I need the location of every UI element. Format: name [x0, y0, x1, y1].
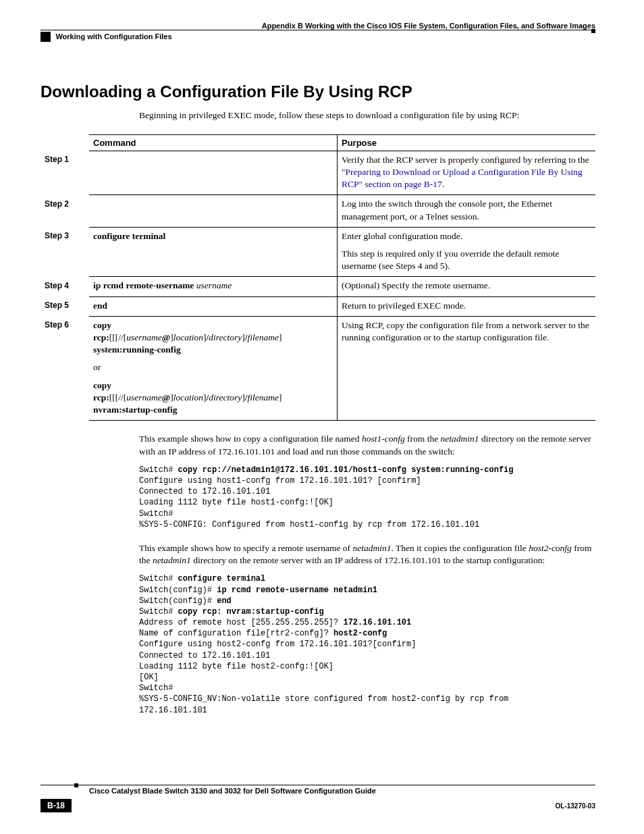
cross-ref-link[interactable]: "Preparing to Download or Upload a Confi… [342, 167, 583, 189]
step-label: Step 1 [41, 151, 89, 195]
step-label: Step 2 [41, 195, 89, 227]
purpose-cell: Log into the switch through the console … [338, 195, 596, 227]
table-row: Step 2 Log into the switch through the c… [41, 195, 595, 227]
purpose-cell: Verify that the RCP server is properly c… [338, 151, 596, 195]
command-cell [89, 151, 338, 195]
command-cell: copy rcp:[[[//[username@]location]/direc… [89, 316, 338, 421]
footer-block-icon [74, 783, 78, 787]
table-row: Step 6 copy rcp:[[[//[username@]location… [41, 316, 595, 421]
command-cell [89, 195, 338, 227]
running-header: Appendix B Working with the Cisco IOS Fi… [41, 22, 595, 42]
example-paragraph-1: This example shows how to copy a configu… [139, 433, 595, 457]
example-paragraph-2: This example shows how to specify a remo… [139, 542, 595, 567]
table-row: Step 4 ip rcmd remote-username username … [41, 277, 595, 296]
purpose-cell: (Optional) Specify the remote username. [338, 277, 596, 296]
step-label: Step 3 [41, 227, 89, 277]
table-row: Step 3 configure terminal Enter global c… [41, 227, 595, 277]
col-purpose: Purpose [338, 134, 596, 151]
footer-book-title: Cisco Catalyst Blade Switch 3130 and 303… [41, 787, 595, 795]
header-section: Working with Configuration Files [55, 32, 171, 41]
header-appendix: Appendix B Working with the Cisco IOS Fi… [41, 22, 595, 30]
intro-paragraph: Beginning in privileged EXEC mode, follo… [139, 109, 595, 122]
document-id: OL-13270-03 [556, 802, 595, 810]
col-command: Command [89, 134, 338, 151]
page-number-badge: B-18 [41, 799, 72, 812]
section-title: Downloading a Configuration File By Usin… [41, 82, 595, 101]
table-row: Step 5 end Return to privileged EXEC mod… [41, 296, 595, 316]
command-cell: end [89, 296, 338, 316]
header-block-icon [41, 32, 51, 42]
step-label: Step 6 [41, 316, 89, 421]
command-cell: configure terminal [89, 227, 338, 277]
purpose-cell: Return to privileged EXEC mode. [338, 296, 596, 316]
terminal-output-2: Switch# configure terminal Switch(config… [139, 573, 595, 715]
terminal-output-1: Switch# copy rcp://netadmin1@172.16.101.… [139, 465, 595, 530]
command-cell: ip rcmd remote-username username [89, 277, 338, 296]
steps-table: Command Purpose Step 1 Verify that the R… [41, 134, 595, 421]
step-label: Step 4 [41, 277, 89, 296]
purpose-cell: Enter global configuration mode. This st… [338, 227, 596, 277]
table-row: Step 1 Verify that the RCP server is pro… [41, 151, 595, 195]
step-label: Step 5 [41, 296, 89, 316]
page-footer: Cisco Catalyst Blade Switch 3130 and 303… [41, 785, 595, 812]
purpose-cell: Using RCP, copy the configuration file f… [338, 316, 596, 421]
